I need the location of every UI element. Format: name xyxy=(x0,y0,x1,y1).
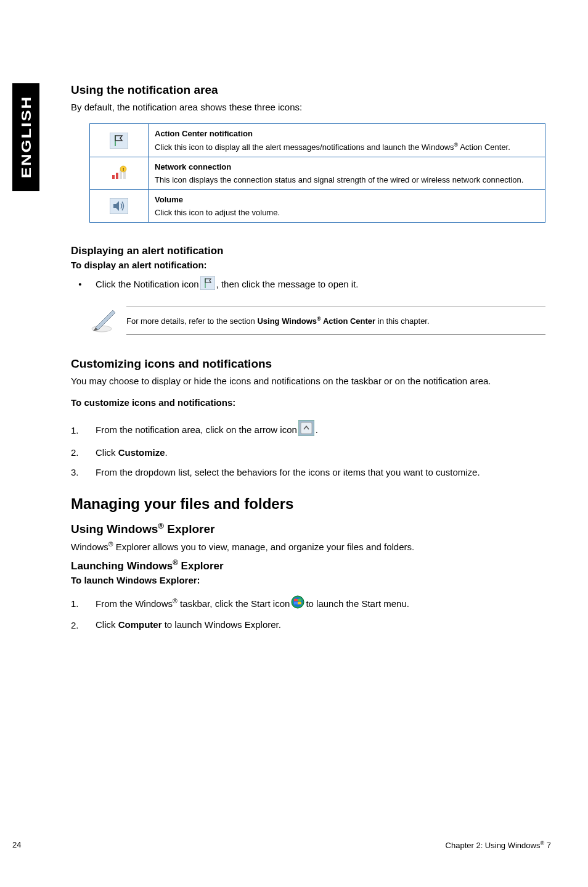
intro-customizing: You may choose to display or hide the ic… xyxy=(71,374,558,387)
row-title: Volume xyxy=(155,195,539,204)
svg-text:!: ! xyxy=(123,167,124,172)
sub-launch-explorer: To launch Windows Explorer: xyxy=(71,575,558,585)
icon-cell-action-center xyxy=(90,124,149,157)
chapter-label: Chapter 2: Using Windows® 7 xyxy=(446,840,551,850)
svg-rect-13 xyxy=(301,423,312,434)
cell-action-center: Action Center notification Click this ic… xyxy=(149,124,545,157)
icon-cell-volume xyxy=(90,190,149,223)
row-title: Network connection xyxy=(155,162,539,171)
intro-explorer: Windows® Explorer allows you to view, ma… xyxy=(71,540,558,553)
list-text: From the Windows® taskbar, click the Sta… xyxy=(96,595,558,613)
list-text: Click Customize. xyxy=(96,446,558,460)
table-row: ! Network connection This icon displays … xyxy=(90,157,545,190)
network-icon: ! xyxy=(110,165,128,181)
table-row: Volume Click this icon to adjust the vol… xyxy=(90,190,545,223)
volume-icon xyxy=(110,198,128,214)
list-item: 2. Click Computer to launch Windows Expl… xyxy=(71,618,558,632)
icon-cell-network: ! xyxy=(90,157,149,190)
heading-launching-explorer: Launching Windows® Explorer xyxy=(71,558,558,572)
row-desc: Click this icon to adjust the volume. xyxy=(155,208,280,217)
windows-start-icon xyxy=(291,595,304,613)
language-tab: ENGLISH xyxy=(12,83,39,191)
intro-notification-area: By default, the notification area shows … xyxy=(71,101,558,113)
list-item: 2. Click Customize. xyxy=(71,446,558,460)
list-text: Click Computer to launch Windows Explore… xyxy=(96,618,558,632)
bullet-text: Click the Notification icon , then click… xyxy=(89,276,359,292)
cell-network: Network connection This icon displays th… xyxy=(149,157,545,190)
arrow-up-icon xyxy=(298,420,314,440)
notification-icons-table: Action Center notification Click this ic… xyxy=(89,123,545,223)
list-text: From the dropdown list, select the behav… xyxy=(96,466,558,479)
list-item: 3. From the dropdown list, select the be… xyxy=(71,466,558,479)
heading-using-explorer: Using Windows® Explorer xyxy=(71,521,558,536)
row-title: Action Center notification xyxy=(155,129,539,138)
heading-display-alert: Displaying an alert notification xyxy=(71,245,558,257)
cell-volume: Volume Click this icon to adjust the vol… xyxy=(149,190,545,223)
list-item: 1. From the notification area, click on … xyxy=(71,420,558,440)
heading-managing-files: Managing your files and folders xyxy=(71,495,558,513)
row-desc: This icon displays the connection status… xyxy=(155,175,523,184)
pencil-icon xyxy=(89,304,126,337)
sub-display-alert: To display an alert notification: xyxy=(71,260,558,270)
note-text: For more details, refer to the section U… xyxy=(126,307,545,335)
sub-customize-icons: To customize icons and notifications: xyxy=(71,397,558,408)
list-number: 2. xyxy=(71,447,96,458)
svg-rect-9 xyxy=(200,276,215,290)
page-footer: 24 Chapter 2: Using Windows® 7 xyxy=(0,840,588,850)
flag-icon xyxy=(110,133,128,149)
flag-icon xyxy=(200,276,215,292)
list-number: 1. xyxy=(71,598,96,609)
language-tab-label: ENGLISH xyxy=(18,96,34,178)
row-desc: Click this icon to display all the alert… xyxy=(155,142,510,152)
list-number: 2. xyxy=(71,620,96,630)
list-number: 3. xyxy=(71,467,96,477)
note-block: For more details, refer to the section U… xyxy=(89,304,545,337)
page-content: Using the notification area By default, … xyxy=(71,83,558,638)
svg-rect-2 xyxy=(112,175,115,179)
list-number: 1. xyxy=(71,425,96,435)
list-item: 1. From the Windows® taskbar, click the … xyxy=(71,595,558,613)
bullet-dot: • xyxy=(71,279,89,289)
bullet-click-notification: • Click the Notification icon , then cli… xyxy=(71,276,558,292)
page-number: 24 xyxy=(12,840,21,850)
heading-customizing: Customizing icons and notifications xyxy=(71,357,558,371)
heading-notification-area: Using the notification area xyxy=(71,83,558,97)
list-text: From the notification area, click on the… xyxy=(96,420,558,440)
svg-rect-3 xyxy=(116,173,118,179)
table-row: Action Center notification Click this ic… xyxy=(90,124,545,157)
